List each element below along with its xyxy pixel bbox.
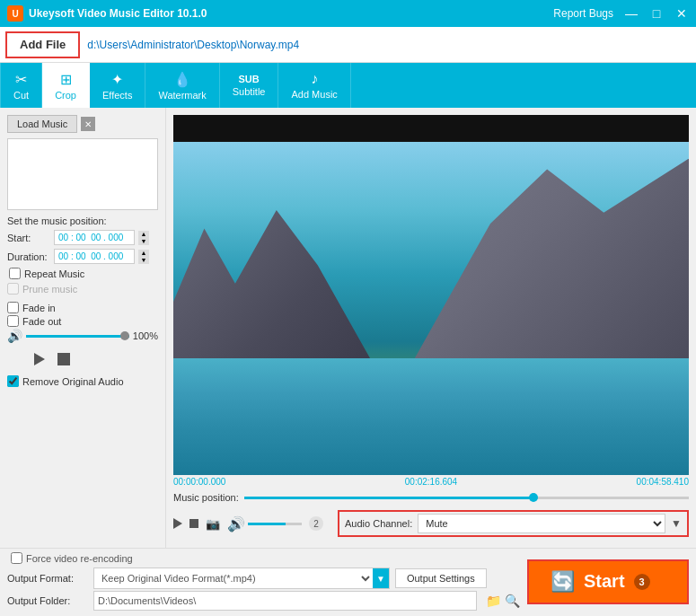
volume-row: 🔊 100% [7,329,158,343]
output-format-label: Output Format: [7,573,88,584]
cut-icon: ✂ [15,71,27,88]
nav-crop-label: Crop [55,90,76,101]
watermark-icon: 💧 [173,71,191,88]
title-bar-right: Report Bugs — □ ✕ [553,6,689,21]
screenshot-button[interactable]: 📷 [206,517,220,531]
crop-icon: ⊞ [60,71,72,88]
format-row: Output Format: Keep Original Video Forma… [7,568,520,589]
bottom-right: 🔄 Start 3 [527,552,689,611]
video-preview [173,115,689,475]
re-encode-checkbox[interactable] [11,552,22,564]
mountain-left [173,192,380,375]
output-folder-input[interactable] [93,591,477,611]
play-button[interactable] [34,350,52,368]
nav-watermark-label: Watermark [158,90,206,101]
repeat-music-checkbox[interactable] [9,268,21,279]
search-folder-button[interactable]: 🔍 [505,594,520,608]
set-position-label: Set the music position: [7,216,158,226]
timeline-labels: 00:00:00.000 00:02:16.604 00:04:58.410 [173,475,689,488]
close-music-button[interactable]: ✕ [81,117,95,131]
duration-spin-down[interactable]: ▼ [138,257,149,264]
remove-audio-row: Remove Original Audio [7,375,158,387]
volume-percent: 100% [133,330,158,341]
start-spin-up[interactable]: ▲ [138,231,149,238]
folder-icons: 📁 🔍 [486,594,520,608]
repeat-music-row: Repeat Music [7,268,158,279]
duration-label: Duration: [7,251,50,262]
nav-add-music[interactable]: ♪ Add Music [278,63,350,108]
maximize-button[interactable]: □ [649,6,664,21]
prune-music-row: Prune music [7,283,158,295]
start-time-input[interactable] [54,230,135,245]
close-button[interactable]: ✕ [674,6,689,21]
output-format-select-wrap: Keep Original Video Format(*.mp4) ▼ [93,568,390,589]
playback-row [7,350,158,368]
volume-slider-track[interactable] [26,335,129,338]
left-panel: Load Music ✕ Set the music position: Sta… [0,108,166,548]
title-bar: U Ukeysoft Video Music Editor 10.1.0 Rep… [0,0,696,27]
nav-effects[interactable]: ✦ Effects [90,63,145,108]
nav-crop[interactable]: ⊞ Crop [42,63,90,108]
volume-slider-thumb [120,331,129,340]
right-panel: 00:00:00.000 00:02:16.604 00:04:58.410 M… [166,108,696,548]
volume-slider-fill [26,335,129,338]
start-number-badge: 3 [634,574,650,590]
music-position-label: Music position: [173,492,239,503]
output-folder-label: Output Folder: [7,595,88,606]
browse-folder-button[interactable]: 📁 [486,594,501,608]
fade-in-row: Fade in [7,302,158,313]
remove-original-audio-label: Remove Original Audio [22,376,124,387]
start-spin-down[interactable]: ▼ [138,238,149,245]
nav-cut[interactable]: ✂ Cut [0,63,42,108]
bottom-controls: 📷 🔊 2 Audio Channel: Mute ▼ [173,506,689,541]
report-bugs-link[interactable]: Report Bugs [553,7,613,20]
main-content: Load Music ✕ Set the music position: Sta… [0,108,696,548]
start-spin-buttons: ▲ ▼ [138,231,149,245]
audio-channel-select[interactable]: Mute [418,514,665,533]
nav-subtitle[interactable]: SUB Subtitle [220,63,279,108]
prune-music-checkbox[interactable] [7,283,19,295]
minimize-button[interactable]: — [624,6,639,21]
nav-subtitle-label: Subtitle [233,86,266,97]
output-format-select[interactable]: Keep Original Video Format(*.mp4) [94,568,373,588]
remove-original-audio-checkbox[interactable] [7,375,19,387]
effects-icon: ✦ [111,71,123,88]
play-triangle-icon [34,353,45,365]
folder-row: Output Folder: 📁 🔍 [7,591,520,611]
repeat-music-label: Repeat Music [24,268,84,279]
video-image-area [173,142,689,475]
duration-spin-up[interactable]: ▲ [138,250,149,257]
title-bar-left: U Ukeysoft Video Music Editor 10.1.0 [7,5,207,22]
video-play-button[interactable] [173,518,182,529]
start-button[interactable]: 🔄 Start 3 [527,559,689,604]
add-music-icon: ♪ [311,71,318,87]
video-stop-button[interactable] [189,519,198,528]
fade-out-row: Fade out [7,315,158,327]
fade-in-checkbox[interactable] [7,302,19,313]
format-arrow-button[interactable]: ▼ [373,568,389,588]
fade-in-label: Fade in [22,303,56,313]
nav-effects-label: Effects [102,90,132,101]
music-position-slider[interactable] [244,497,689,499]
stop-button[interactable] [57,353,70,365]
duration-time-input[interactable] [54,249,135,264]
video-volume-slider[interactable] [248,523,302,525]
output-settings-button[interactable]: Output Settings [395,568,487,588]
nav-add-music-label: Add Music [291,89,337,100]
volume-icon: 🔊 [7,329,22,343]
music-position-fill [244,497,533,499]
bottom-left: Force video re-encoding Output Format: K… [7,552,520,611]
music-list-box[interactable] [7,138,158,210]
timeline-end: 00:04:58.410 [637,477,689,487]
add-file-button[interactable]: Add File [5,31,80,58]
audio-channel-dropdown-arrow[interactable]: ▼ [671,517,682,530]
load-music-button[interactable]: Load Music [7,115,77,133]
file-path-text: d:\Users\Administrator\Desktop\Norway.mp… [87,39,299,51]
fade-out-checkbox[interactable] [7,315,19,327]
bottom-main: Force video re-encoding Output Format: K… [7,552,689,611]
start-label: Start: [7,233,50,243]
nav-watermark[interactable]: 💧 Watermark [145,63,219,108]
music-position-thumb [529,493,538,502]
volume-number-badge: 2 [309,516,323,531]
re-encode-label: Force video re-encoding [26,553,133,564]
